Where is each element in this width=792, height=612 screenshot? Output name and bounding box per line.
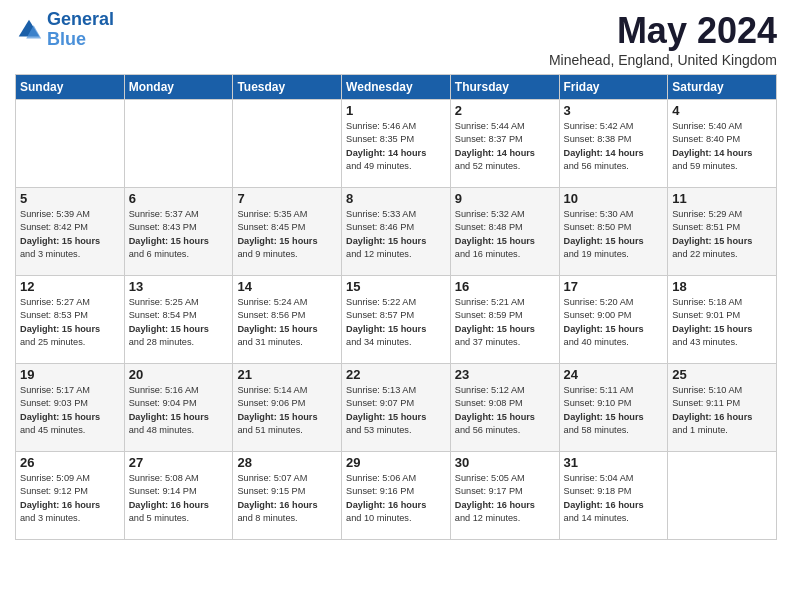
calendar-cell: 19Sunrise: 5:17 AMSunset: 9:03 PMDayligh… (16, 364, 125, 452)
calendar-cell: 28Sunrise: 5:07 AMSunset: 9:15 PMDayligh… (233, 452, 342, 540)
cell-content: Sunrise: 5:32 AMSunset: 8:48 PMDaylight:… (455, 208, 555, 261)
calendar-cell: 12Sunrise: 5:27 AMSunset: 8:53 PMDayligh… (16, 276, 125, 364)
cell-content: Sunrise: 5:10 AMSunset: 9:11 PMDaylight:… (672, 384, 772, 437)
calendar-cell: 23Sunrise: 5:12 AMSunset: 9:08 PMDayligh… (450, 364, 559, 452)
cell-content: Sunrise: 5:22 AMSunset: 8:57 PMDaylight:… (346, 296, 446, 349)
cell-content: Sunrise: 5:24 AMSunset: 8:56 PMDaylight:… (237, 296, 337, 349)
cell-content: Sunrise: 5:09 AMSunset: 9:12 PMDaylight:… (20, 472, 120, 525)
cell-content: Sunrise: 5:14 AMSunset: 9:06 PMDaylight:… (237, 384, 337, 437)
cell-content: Sunrise: 5:39 AMSunset: 8:42 PMDaylight:… (20, 208, 120, 261)
cell-content: Sunrise: 5:44 AMSunset: 8:37 PMDaylight:… (455, 120, 555, 173)
cell-content: Sunrise: 5:11 AMSunset: 9:10 PMDaylight:… (564, 384, 664, 437)
calendar-cell (233, 100, 342, 188)
cell-content: Sunrise: 5:29 AMSunset: 8:51 PMDaylight:… (672, 208, 772, 261)
calendar-cell: 31Sunrise: 5:04 AMSunset: 9:18 PMDayligh… (559, 452, 668, 540)
day-number: 6 (129, 191, 229, 206)
day-number: 1 (346, 103, 446, 118)
calendar-cell: 29Sunrise: 5:06 AMSunset: 9:16 PMDayligh… (342, 452, 451, 540)
calendar-cell: 15Sunrise: 5:22 AMSunset: 8:57 PMDayligh… (342, 276, 451, 364)
calendar-week-2: 5Sunrise: 5:39 AMSunset: 8:42 PMDaylight… (16, 188, 777, 276)
calendar-cell: 20Sunrise: 5:16 AMSunset: 9:04 PMDayligh… (124, 364, 233, 452)
calendar-week-3: 12Sunrise: 5:27 AMSunset: 8:53 PMDayligh… (16, 276, 777, 364)
calendar-cell: 13Sunrise: 5:25 AMSunset: 8:54 PMDayligh… (124, 276, 233, 364)
cell-content: Sunrise: 5:27 AMSunset: 8:53 PMDaylight:… (20, 296, 120, 349)
calendar-cell: 24Sunrise: 5:11 AMSunset: 9:10 PMDayligh… (559, 364, 668, 452)
logo-icon (15, 16, 43, 44)
cell-content: Sunrise: 5:16 AMSunset: 9:04 PMDaylight:… (129, 384, 229, 437)
column-header-wednesday: Wednesday (342, 75, 451, 100)
calendar-cell: 8Sunrise: 5:33 AMSunset: 8:46 PMDaylight… (342, 188, 451, 276)
calendar-cell: 17Sunrise: 5:20 AMSunset: 9:00 PMDayligh… (559, 276, 668, 364)
calendar-week-4: 19Sunrise: 5:17 AMSunset: 9:03 PMDayligh… (16, 364, 777, 452)
logo-line1: General (47, 9, 114, 29)
day-number: 22 (346, 367, 446, 382)
cell-content: Sunrise: 5:06 AMSunset: 9:16 PMDaylight:… (346, 472, 446, 525)
day-number: 29 (346, 455, 446, 470)
day-number: 11 (672, 191, 772, 206)
day-number: 14 (237, 279, 337, 294)
logo: General Blue (15, 10, 114, 50)
calendar-cell: 18Sunrise: 5:18 AMSunset: 9:01 PMDayligh… (668, 276, 777, 364)
calendar-cell: 3Sunrise: 5:42 AMSunset: 8:38 PMDaylight… (559, 100, 668, 188)
day-number: 15 (346, 279, 446, 294)
day-number: 18 (672, 279, 772, 294)
calendar-cell: 11Sunrise: 5:29 AMSunset: 8:51 PMDayligh… (668, 188, 777, 276)
logo-line2: Blue (47, 29, 86, 49)
day-number: 31 (564, 455, 664, 470)
cell-content: Sunrise: 5:17 AMSunset: 9:03 PMDaylight:… (20, 384, 120, 437)
calendar-cell (668, 452, 777, 540)
calendar-week-5: 26Sunrise: 5:09 AMSunset: 9:12 PMDayligh… (16, 452, 777, 540)
cell-content: Sunrise: 5:40 AMSunset: 8:40 PMDaylight:… (672, 120, 772, 173)
title-block: May 2024 Minehead, England, United Kingd… (549, 10, 777, 68)
calendar-cell: 14Sunrise: 5:24 AMSunset: 8:56 PMDayligh… (233, 276, 342, 364)
cell-content: Sunrise: 5:05 AMSunset: 9:17 PMDaylight:… (455, 472, 555, 525)
location: Minehead, England, United Kingdom (549, 52, 777, 68)
calendar-cell: 9Sunrise: 5:32 AMSunset: 8:48 PMDaylight… (450, 188, 559, 276)
column-header-sunday: Sunday (16, 75, 125, 100)
day-number: 8 (346, 191, 446, 206)
calendar-cell: 5Sunrise: 5:39 AMSunset: 8:42 PMDaylight… (16, 188, 125, 276)
calendar-week-1: 1Sunrise: 5:46 AMSunset: 8:35 PMDaylight… (16, 100, 777, 188)
day-number: 20 (129, 367, 229, 382)
cell-content: Sunrise: 5:18 AMSunset: 9:01 PMDaylight:… (672, 296, 772, 349)
cell-content: Sunrise: 5:13 AMSunset: 9:07 PMDaylight:… (346, 384, 446, 437)
calendar-header-row: SundayMondayTuesdayWednesdayThursdayFrid… (16, 75, 777, 100)
day-number: 16 (455, 279, 555, 294)
day-number: 26 (20, 455, 120, 470)
cell-content: Sunrise: 5:42 AMSunset: 8:38 PMDaylight:… (564, 120, 664, 173)
calendar-table: SundayMondayTuesdayWednesdayThursdayFrid… (15, 74, 777, 540)
calendar-cell: 6Sunrise: 5:37 AMSunset: 8:43 PMDaylight… (124, 188, 233, 276)
calendar-cell: 25Sunrise: 5:10 AMSunset: 9:11 PMDayligh… (668, 364, 777, 452)
day-number: 17 (564, 279, 664, 294)
page-header: General Blue May 2024 Minehead, England,… (15, 10, 777, 68)
day-number: 13 (129, 279, 229, 294)
day-number: 12 (20, 279, 120, 294)
cell-content: Sunrise: 5:08 AMSunset: 9:14 PMDaylight:… (129, 472, 229, 525)
calendar-cell: 27Sunrise: 5:08 AMSunset: 9:14 PMDayligh… (124, 452, 233, 540)
calendar-cell: 1Sunrise: 5:46 AMSunset: 8:35 PMDaylight… (342, 100, 451, 188)
cell-content: Sunrise: 5:20 AMSunset: 9:00 PMDaylight:… (564, 296, 664, 349)
cell-content: Sunrise: 5:07 AMSunset: 9:15 PMDaylight:… (237, 472, 337, 525)
calendar-cell: 21Sunrise: 5:14 AMSunset: 9:06 PMDayligh… (233, 364, 342, 452)
calendar-cell: 4Sunrise: 5:40 AMSunset: 8:40 PMDaylight… (668, 100, 777, 188)
day-number: 28 (237, 455, 337, 470)
calendar-body: 1Sunrise: 5:46 AMSunset: 8:35 PMDaylight… (16, 100, 777, 540)
column-header-thursday: Thursday (450, 75, 559, 100)
cell-content: Sunrise: 5:30 AMSunset: 8:50 PMDaylight:… (564, 208, 664, 261)
day-number: 19 (20, 367, 120, 382)
cell-content: Sunrise: 5:37 AMSunset: 8:43 PMDaylight:… (129, 208, 229, 261)
day-number: 10 (564, 191, 664, 206)
calendar-cell (124, 100, 233, 188)
column-header-tuesday: Tuesday (233, 75, 342, 100)
calendar-cell (16, 100, 125, 188)
day-number: 24 (564, 367, 664, 382)
logo-text: General Blue (47, 10, 114, 50)
cell-content: Sunrise: 5:25 AMSunset: 8:54 PMDaylight:… (129, 296, 229, 349)
cell-content: Sunrise: 5:46 AMSunset: 8:35 PMDaylight:… (346, 120, 446, 173)
calendar-cell: 2Sunrise: 5:44 AMSunset: 8:37 PMDaylight… (450, 100, 559, 188)
calendar-cell: 16Sunrise: 5:21 AMSunset: 8:59 PMDayligh… (450, 276, 559, 364)
cell-content: Sunrise: 5:35 AMSunset: 8:45 PMDaylight:… (237, 208, 337, 261)
cell-content: Sunrise: 5:33 AMSunset: 8:46 PMDaylight:… (346, 208, 446, 261)
day-number: 2 (455, 103, 555, 118)
cell-content: Sunrise: 5:12 AMSunset: 9:08 PMDaylight:… (455, 384, 555, 437)
